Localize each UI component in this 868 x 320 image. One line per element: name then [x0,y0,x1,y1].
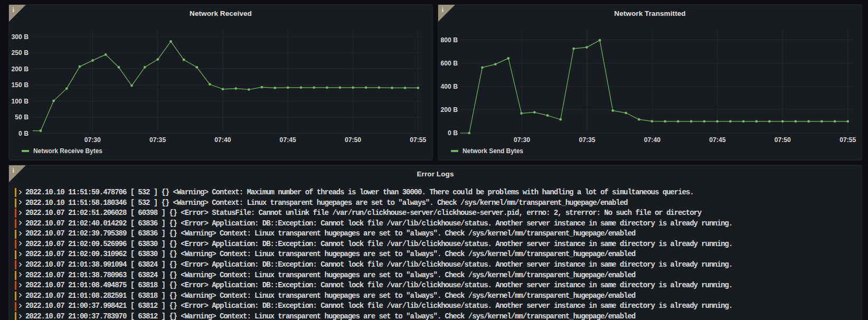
svg-text:07:50: 07:50 [775,136,791,144]
svg-text:07:50: 07:50 [345,136,361,144]
svg-text:50 B: 50 B [15,114,29,121]
svg-text:07:55: 07:55 [410,136,426,144]
svg-text:200 B: 200 B [11,65,29,73]
svg-text:07:40: 07:40 [214,136,231,144]
svg-text:07:45: 07:45 [280,136,296,144]
svg-text:07:55: 07:55 [839,136,856,144]
svg-text:250 B: 250 B [11,49,29,57]
svg-text:200 B: 200 B [440,106,458,114]
svg-text:0 B: 0 B [448,129,458,137]
svg-text:150 B: 150 B [11,81,29,89]
svg-text:400 B: 400 B [440,83,458,90]
svg-text:07:35: 07:35 [149,136,166,144]
svg-text:07:40: 07:40 [644,136,661,144]
svg-text:300 B: 300 B [11,33,29,41]
svg-text:0 B: 0 B [18,130,29,137]
svg-text:07:30: 07:30 [84,136,101,144]
svg-text:07:35: 07:35 [579,136,595,144]
svg-text:600 B: 600 B [440,60,458,67]
svg-text:07:30: 07:30 [514,136,530,144]
svg-text:07:45: 07:45 [709,136,725,144]
svg-text:100 B: 100 B [11,98,29,105]
svg-text:800 B: 800 B [440,36,458,44]
